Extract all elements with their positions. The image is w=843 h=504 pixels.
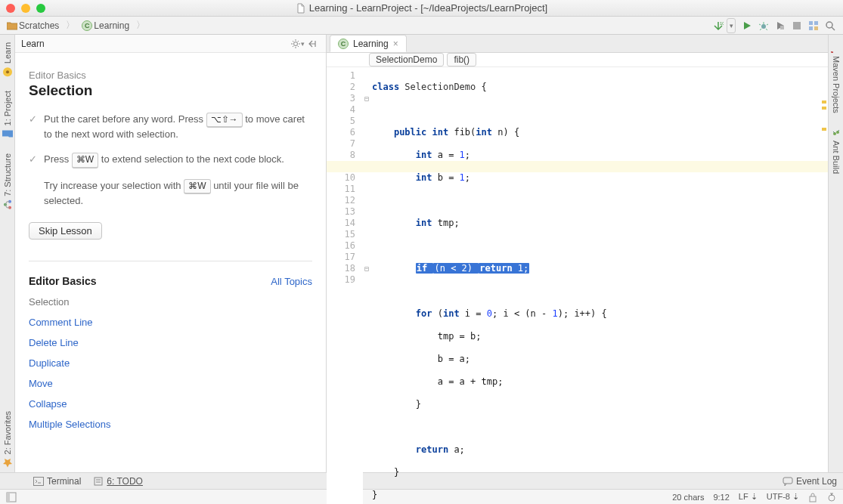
lesson-category: Editor Basics <box>29 70 312 81</box>
list-item[interactable]: Collapse <box>29 398 312 410</box>
right-toolwindow-stripe: m Maven Projects Ant Build <box>828 35 843 472</box>
svg-rect-18 <box>34 477 44 485</box>
toolwindow-terminal-button[interactable]: Terminal <box>33 476 81 487</box>
lesson-step-text: Put the caret before any word. Press ⌥⇧→… <box>44 113 312 142</box>
warning-mark[interactable] <box>822 100 826 104</box>
skip-lesson-button[interactable]: Skip Lesson <box>29 222 102 240</box>
window-title: Learning - LearnProject - [~/IdeaProject… <box>0 2 843 14</box>
learn-toolwindow: Learn ▾ Editor Basics Selection ✓ Put th… <box>15 35 327 472</box>
breadcrumb-class[interactable]: SelectionDemo <box>369 53 444 66</box>
all-topics-link[interactable]: All Topics <box>271 276 312 287</box>
search-everywhere-button[interactable] <box>822 18 838 33</box>
star-icon <box>2 457 13 468</box>
close-window-button[interactable] <box>6 4 15 13</box>
list-item[interactable]: Delete Line <box>29 337 312 348</box>
close-tab-button[interactable]: × <box>393 39 398 49</box>
toolwindow-ant-button[interactable]: Ant Build <box>831 122 841 178</box>
debug-button[interactable] <box>755 18 772 33</box>
list-item[interactable]: Selection <box>29 296 312 308</box>
zoom-window-button[interactable] <box>36 4 45 13</box>
lesson-step: Try increase your selection with ⌘W unti… <box>29 179 312 209</box>
lesson-step: ✓ Press ⌘W to extend selection to the ne… <box>29 153 312 168</box>
svg-point-1 <box>761 24 766 29</box>
code-editor[interactable]: 12345678910111213141516171819 ⊟⊟ class S… <box>327 67 828 504</box>
breadcrumb-scratches[interactable]: Scratches <box>5 20 61 32</box>
toolwindow-todo-button[interactable]: 6: TODO <box>93 476 143 487</box>
learn-icon <box>2 66 13 77</box>
navigation-toolbar: Scratches C Learning 10 ▾ <box>0 17 843 35</box>
inspector-icon[interactable] <box>826 492 837 502</box>
stop-button[interactable] <box>789 18 805 33</box>
list-item[interactable]: Multiple Selections <box>29 419 312 430</box>
chevron-right-icon <box>64 19 76 32</box>
warning-mark[interactable] <box>822 107 826 110</box>
gear-icon[interactable]: ▾ <box>290 36 305 51</box>
toolwindow-maven-button[interactable]: m Maven Projects <box>831 38 841 118</box>
make-project-button[interactable]: 10 <box>710 18 727 33</box>
run-coverage-button[interactable] <box>772 18 789 33</box>
toolwindow-structure-button[interactable]: 7: Structure <box>2 149 13 215</box>
run-button[interactable] <box>739 18 755 33</box>
list-item[interactable]: Move <box>29 378 312 389</box>
blank-check-icon <box>29 179 39 209</box>
divider <box>29 261 312 261</box>
project-structure-button[interactable] <box>805 18 822 33</box>
learn-toolwindow-header: Learn ▾ <box>15 35 326 53</box>
breadcrumb-learning[interactable]: C Learning <box>79 20 132 32</box>
svg-rect-22 <box>7 493 10 502</box>
editor-tabs: C Learning × <box>327 35 828 53</box>
keyboard-shortcut: ⌘W <box>72 153 98 168</box>
breadcrumb-method[interactable]: fib() <box>447 53 476 66</box>
check-icon: ✓ <box>29 113 39 142</box>
minimize-window-button[interactable] <box>21 4 30 13</box>
svg-rect-19 <box>95 478 102 485</box>
toolwindow-project-button[interactable]: 1: Project <box>2 86 13 144</box>
svg-text:m: m <box>831 51 836 53</box>
lesson-title: Selection <box>29 82 312 99</box>
lesson-step-text: Try increase your selection with ⌘W unti… <box>44 179 312 209</box>
check-icon: ✓ <box>29 153 39 168</box>
toolwindow-learn-button[interactable]: Learn <box>2 38 13 82</box>
svg-rect-2 <box>780 26 784 29</box>
run-config-dropdown[interactable]: ▾ <box>727 18 736 33</box>
topics-list: Selection Comment Line Delete Line Dupli… <box>29 296 312 430</box>
lesson-step-text: Press ⌘W to extend selection to the next… <box>44 153 284 168</box>
maven-icon: m <box>831 42 841 53</box>
toolwindow-favorites-button[interactable]: 2: Favorites <box>2 407 13 472</box>
svg-text:10: 10 <box>720 21 724 26</box>
topics-heading: Editor Basics <box>29 275 96 287</box>
chevron-right-icon <box>135 19 147 32</box>
warning-mark[interactable] <box>822 128 826 131</box>
learn-toolwindow-title: Learn <box>21 39 45 49</box>
editor-tab-learning[interactable]: C Learning × <box>330 35 407 52</box>
lesson-step: ✓ Put the caret before any word. Press ⌥… <box>29 113 312 142</box>
svg-point-8 <box>826 22 832 28</box>
editor-tab-label: Learning <box>353 39 389 49</box>
ant-icon <box>831 127 841 138</box>
fold-gutter: ⊟⊟ <box>363 67 370 504</box>
error-stripe[interactable] <box>820 67 828 504</box>
list-item[interactable]: Duplicate <box>29 357 312 369</box>
svg-rect-4 <box>809 21 813 25</box>
learn-content: Editor Basics Selection ✓ Put the caret … <box>15 53 326 472</box>
list-item[interactable]: Comment Line <box>29 317 312 328</box>
hide-toolwindow-button[interactable] <box>305 36 320 51</box>
svg-rect-3 <box>793 22 801 29</box>
structure-icon <box>2 199 13 209</box>
folder-icon <box>7 21 17 30</box>
toolwindows-toggle-icon[interactable] <box>6 492 17 502</box>
folder-icon <box>2 129 13 140</box>
window-controls <box>6 4 45 13</box>
main-window: Learning - LearnProject - [~/IdeaProject… <box>0 0 843 504</box>
editor-area: C Learning × SelectionDemo fib() 1234567… <box>327 35 828 472</box>
titlebar: Learning - LearnProject - [~/IdeaProject… <box>0 0 843 17</box>
class-icon: C <box>338 39 349 49</box>
svg-rect-6 <box>809 26 813 30</box>
keyboard-shortcut: ⌥⇧→ <box>206 113 243 128</box>
breadcrumb: Scratches C Learning <box>5 19 147 32</box>
editor-breadcrumbs: SelectionDemo fib() <box>327 53 828 67</box>
topics-header-row: Editor Basics All Topics <box>29 275 312 287</box>
code-content[interactable]: class SelectionDemo { public int fib(int… <box>370 67 828 504</box>
svg-point-14 <box>293 42 297 45</box>
keyboard-shortcut: ⌘W <box>184 179 210 194</box>
